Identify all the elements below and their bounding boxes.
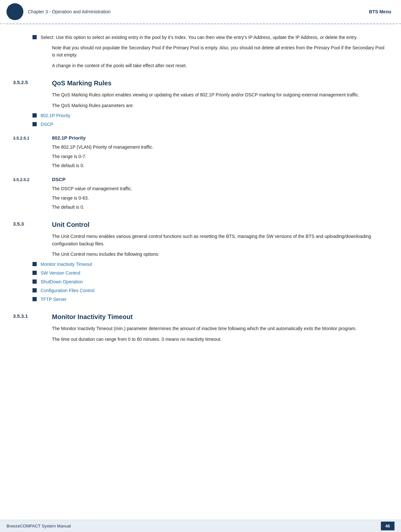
section-number-353: 3.5.3 <box>13 220 52 228</box>
subsection-title-35252: DSCP <box>52 176 66 183</box>
unit-control-body-1: The Unit Control menu includes the follo… <box>13 251 388 258</box>
uc-link-shutdown[interactable]: ShutDown Operation <box>41 278 83 285</box>
section-title-353: Unit Control <box>52 220 388 229</box>
section-3525: 3.5.2.5 QoS Marking Rules <box>13 78 388 88</box>
uc-link-tftp[interactable]: TFTP Server <box>41 296 67 303</box>
chapter-title: Chapter 3 - Operation and Administration <box>28 8 110 15</box>
bullet-icon <box>32 113 37 118</box>
subsection-number-35252: 3.5.2.5.2 <box>13 176 52 183</box>
bullet-text: Select: Use this option to select an exi… <box>41 34 388 41</box>
section-353: 3.5.3 Unit Control <box>13 220 388 229</box>
section-3525-body-1: The QoS Marking Rules parameters are: <box>13 102 388 109</box>
list-item[interactable]: DSCP <box>13 121 388 128</box>
intro-note-2: A change in the content of the pools wil… <box>13 62 388 69</box>
section-title-3531: Monitor Inactivity Timeout <box>52 312 388 322</box>
bullet-icon <box>32 122 37 126</box>
bullet-icon <box>32 262 37 266</box>
subsection-35251: 3.5.2.5.1 802.1P Priority <box>13 134 388 142</box>
bullet-icon <box>32 297 37 301</box>
list-item[interactable]: Monitor Inactivity Timeout <box>13 261 388 268</box>
bullet-icon <box>32 35 37 39</box>
bullet-icon <box>32 279 37 284</box>
page-header: Chapter 3 - Operation and Administration… <box>0 0 401 24</box>
uc-link-monitor[interactable]: Monitor Inactivity Timeout <box>41 261 92 268</box>
intro-note-1: Note that you should not populate the Se… <box>13 44 388 59</box>
sub35251-body-1: The range is 0-7. <box>13 153 388 160</box>
footer-product: BreezeCOMPACT System Manual <box>6 523 71 529</box>
bts-menu-label: BTS Menu <box>369 8 391 15</box>
monitor-body-1: The time out duration can range from 0 t… <box>13 336 388 343</box>
list-item[interactable]: TFTP Server <box>13 296 388 303</box>
subsection-number-35251: 3.5.2.5.1 <box>13 134 52 142</box>
monitor-body-0: The Monitor Inactivity Timeout (min.) pa… <box>13 325 388 332</box>
unit-control-body-0: The Unit Control menu enables various ge… <box>13 233 388 247</box>
list-item: Select: Use this option to select an exi… <box>13 34 388 41</box>
section-3525-body-0: The QoS Marking Rules option enables vie… <box>13 91 388 98</box>
sub35252-body-2: The default is 0. <box>13 204 388 211</box>
main-content: Select: Use this option to select an exi… <box>0 24 401 365</box>
sub35252-body-1: The range is 0-63. <box>13 194 388 202</box>
sub35252-body-0: The DSCP value of management traffic. <box>13 185 388 192</box>
list-item[interactable]: Configuration Files Control <box>13 287 388 294</box>
sub35251-body-0: The 802.1P (VLAN) Priority of management… <box>13 143 388 151</box>
section-number-3525: 3.5.2.5 <box>13 78 52 86</box>
qos-link-8021p[interactable]: 802.1P Priority <box>41 112 70 119</box>
page-footer: BreezeCOMPACT System Manual 46 <box>0 520 401 532</box>
list-item[interactable]: 802.1P Priority <box>13 112 388 119</box>
subsection-title-35251: 802.1P Priority <box>52 134 86 142</box>
subsection-3531: 3.5.3.1 Monitor Inactivity Timeout <box>13 312 388 322</box>
bullet-icon <box>32 271 37 275</box>
subsection-35252: 3.5.2.5.2 DSCP <box>13 176 388 183</box>
chapter-icon <box>6 3 23 20</box>
list-item[interactable]: SW Version Control <box>13 270 388 277</box>
page-number: 46 <box>381 522 395 531</box>
list-item[interactable]: ShutDown Operation <box>13 278 388 285</box>
section-title-3525: QoS Marking Rules <box>52 78 388 88</box>
uc-link-configfiles[interactable]: Configuration Files Control <box>41 287 94 294</box>
bullet-icon <box>32 288 37 292</box>
qos-link-dscp[interactable]: DSCP <box>41 121 53 128</box>
uc-link-swversion[interactable]: SW Version Control <box>41 270 80 277</box>
sub35251-body-2: The default is 0. <box>13 162 388 169</box>
section-number-3531: 3.5.3.1 <box>13 312 52 320</box>
